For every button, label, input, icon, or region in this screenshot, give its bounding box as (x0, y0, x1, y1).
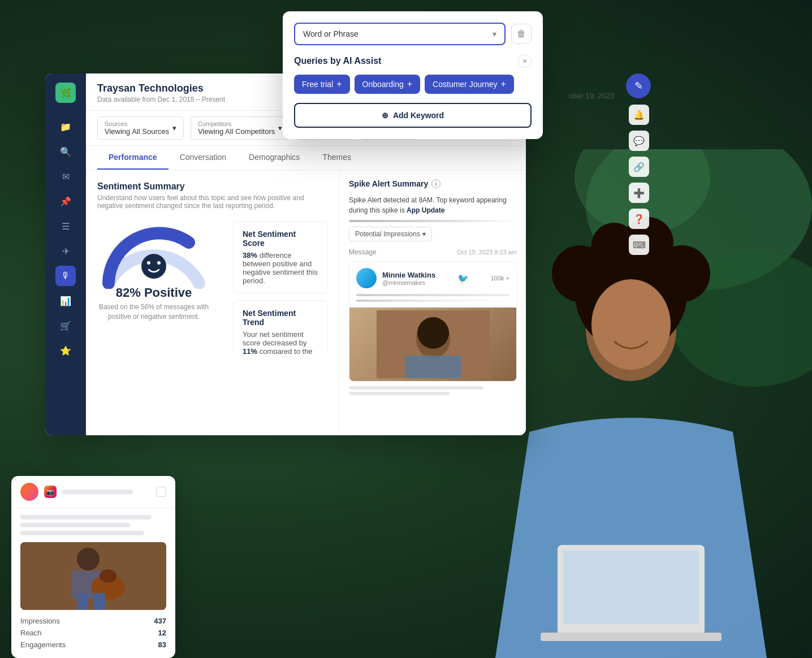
post-checkbox[interactable] (156, 487, 166, 497)
info-icon: i (431, 179, 440, 188)
tag-costumer-journey-plus-icon: + (500, 79, 506, 89)
post-avatar (20, 483, 38, 501)
tweet-content-line1 (356, 294, 509, 296)
sidebar-item-mail[interactable]: ✉ (55, 166, 76, 187)
tweet-user-info: Minnie Watkins @minniemakes (382, 271, 435, 286)
svg-rect-28 (94, 593, 105, 610)
post-card: 📷 Impressions 437 Reach (11, 476, 175, 658)
svg-rect-27 (77, 593, 88, 610)
tabs: Performance Conversation Demographics Th… (86, 146, 526, 170)
divider (349, 220, 517, 222)
impressions-value: 437 (154, 617, 166, 625)
sidebar-item-chart[interactable]: 📊 (55, 291, 76, 311)
add-keyword-button[interactable]: ⊕ Add Keyword (294, 103, 532, 128)
svg-point-20 (417, 317, 449, 349)
tab-performance[interactable]: Performance (97, 146, 169, 170)
tag-free-trial-plus-icon: + (336, 79, 342, 89)
sidebar-item-files[interactable]: 📁 (55, 116, 76, 137)
link-icon[interactable]: 🔗 (629, 157, 649, 177)
tag-onboarding-label: Onboarding (362, 80, 404, 89)
right-sidebar-icons: 🔔 💬 🔗 ➕ ❓ ⌨ (629, 105, 649, 255)
tweet-header: Minnie Watkins @minniemakes 🐦 100k + (349, 262, 516, 294)
trend-cards: Net Sentiment Score 38% difference betwe… (233, 221, 328, 354)
header-date: ober 19, 2023 (569, 92, 614, 100)
reach-label: Reach (20, 629, 42, 637)
keyword-popup: Word or Phrase ▾ 🗑 Queries by AI Assist … (283, 11, 543, 139)
alert-icon[interactable]: 🔔 (629, 105, 649, 125)
gauge-wrapper: 82% Positive Based on the 56% of message… (97, 221, 210, 354)
sidebar-item-send[interactable]: ✈ (55, 241, 76, 261)
gauge-note: Based on the 56% of messages with positi… (97, 302, 210, 322)
content-area: Sentiment Summary Understand how users f… (86, 170, 339, 354)
impressions-label: Impressions (20, 617, 60, 625)
keyword-dropdown-icon: ▾ (493, 29, 496, 38)
impressions-row: Impressions 437 (20, 617, 166, 625)
sentiment-summary-desc: Understand how users feel about this top… (97, 194, 328, 210)
message-icon[interactable]: 💬 (629, 131, 649, 151)
instagram-icon: 📷 (44, 486, 57, 498)
tab-themes[interactable]: Themes (311, 146, 362, 170)
tag-onboarding-plus-icon: + (407, 79, 412, 89)
tag-free-trial-label: Free trial (302, 80, 333, 89)
sidebar-item-search[interactable]: 🔍 (55, 141, 76, 162)
net-trend-title: Net Sentiment Trend (243, 309, 318, 327)
post-skeleton (11, 508, 175, 542)
tweet-content-line2 (356, 300, 509, 302)
engagements-row: Engagements 83 (20, 640, 166, 649)
spike-text: Spike Alert detected at 8AM. Top keyword… (349, 195, 517, 215)
sidebar-item-audio[interactable]: 🎙 (55, 266, 76, 286)
potential-impressions-chevron-icon: ▾ (422, 230, 426, 238)
tweet-card: Minnie Watkins @minniemakes 🐦 100k + (349, 262, 517, 382)
competitors-chevron-icon: ▾ (278, 124, 282, 132)
sidebar-item-pin[interactable]: 📌 (55, 191, 76, 211)
keyboard-icon[interactable]: ⌨ (629, 235, 649, 255)
keyword-input[interactable]: Word or Phrase ▾ (294, 23, 506, 45)
spike-alert-title: Spike Alert Summary i (349, 179, 517, 188)
tab-demographics[interactable]: Demographics (237, 146, 311, 170)
net-trend-desc: Your net sentiment score decreased by 11… (243, 330, 318, 354)
edit-button[interactable]: ✎ (626, 73, 651, 98)
tag-free-trial[interactable]: Free trial + (294, 75, 350, 94)
add-keyword-label: Add Keyword (393, 111, 444, 120)
engagements-label: Engagements (20, 640, 66, 649)
keyword-tags: Free trial + Onboarding + Costumer Journ… (294, 75, 532, 94)
sidebar-item-cart[interactable]: 🛒 (55, 315, 76, 336)
tag-costumer-journey[interactable]: Costumer Journey + (425, 75, 514, 94)
trash-button[interactable]: 🗑 (511, 24, 532, 44)
svg-point-9 (591, 279, 671, 370)
engagements-value: 83 (158, 640, 166, 649)
sentiment-summary-title: Sentiment Summary (97, 181, 328, 192)
keyword-input-row: Word or Phrase ▾ 🗑 (294, 23, 532, 45)
svg-point-13 (141, 254, 166, 279)
close-button[interactable]: × (518, 54, 532, 68)
post-header-lines (62, 490, 150, 494)
svg-point-14 (147, 261, 150, 265)
svg-point-15 (157, 261, 161, 265)
net-score-desc: 38% difference between positive and nega… (243, 251, 318, 285)
add-icon[interactable]: ➕ (629, 183, 649, 203)
reach-value: 12 (158, 629, 166, 637)
tab-conversation[interactable]: Conversation (169, 146, 238, 170)
help-icon[interactable]: ❓ (629, 209, 649, 229)
sidebar-item-list[interactable]: ☰ (55, 216, 76, 236)
post-stats: Impressions 437 Reach 12 Engagements 83 (11, 617, 175, 649)
net-score-card: Net Sentiment Score 38% difference betwe… (233, 221, 328, 293)
avatar (356, 268, 377, 288)
add-keyword-plus-icon: ⊕ (382, 111, 388, 120)
svg-point-23 (77, 548, 100, 570)
logo[interactable]: 🌿 (55, 83, 76, 103)
tweet-overlay (349, 386, 517, 395)
svg-rect-12 (541, 633, 722, 641)
competitors-filter[interactable]: Competitors Viewing All Competitors ▾ (191, 116, 290, 140)
reach-row: Reach 12 (20, 629, 166, 637)
sources-filter[interactable]: Sources Viewing All Sources ▾ (97, 116, 184, 140)
sidebar: 🌿 📁 🔍 ✉ 📌 ☰ ✈ 🎙 📊 🛒 ⭐ (45, 73, 86, 435)
svg-rect-21 (405, 356, 461, 378)
tag-onboarding[interactable]: Onboarding + (355, 75, 421, 94)
gauge-svg (97, 221, 210, 289)
svg-rect-11 (563, 551, 699, 624)
logo-icon: 🌿 (60, 88, 71, 98)
potential-impressions-dropdown[interactable]: Potential Impressions ▾ (349, 227, 432, 241)
sidebar-item-star[interactable]: ⭐ (55, 340, 76, 361)
net-trend-card: Net Sentiment Trend Your net sentiment s… (233, 300, 328, 354)
